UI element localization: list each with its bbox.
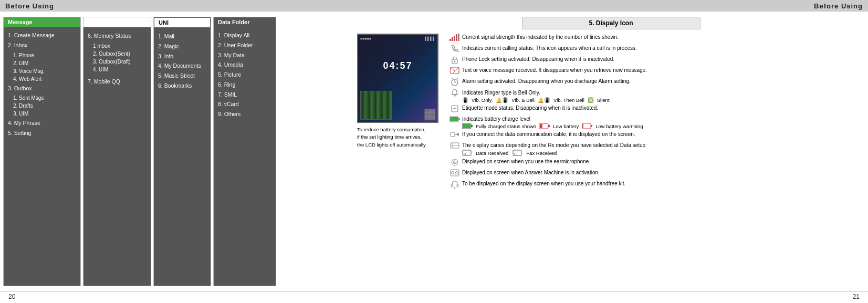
- svg-text:D: D: [464, 152, 466, 155]
- data-cable-icon-text: If you connect the data communication ca…: [462, 131, 865, 138]
- message-panel: Message 1. Create Message 2. Inbox 1. Ph…: [3, 17, 81, 286]
- svg-line-9: [455, 67, 459, 71]
- list-item: 5. Music Street: [158, 72, 206, 80]
- phone-screen-inner: ■■■■■ ▌▌▌▌ 04:57 ▓▓▓▓▓▓▓▓: [358, 35, 437, 122]
- list-item: 3. Info: [158, 53, 206, 61]
- svg-rect-45: [451, 170, 459, 176]
- svg-rect-32: [451, 132, 455, 137]
- vib-then-bell-icon: 🔔📳: [538, 97, 550, 103]
- data-received-row: D Data Received F Fax Received: [462, 149, 557, 156]
- svg-line-14: [452, 78, 453, 79]
- battery-options: Fully charged status shown Low battery L…: [462, 123, 643, 129]
- memory-panel: 6. Memory Status 1 Inbox 2. Outbox(Sent)…: [83, 17, 151, 286]
- list-item: 2. Outbox(Sent): [93, 50, 147, 58]
- data-folder-panel-body: 1. Display All 2. User Folder 3. My Data…: [214, 27, 276, 286]
- list-item: 1. Create Message: [8, 32, 76, 40]
- main-content: Message 1. Create Message 2. Inbox 1. Ph…: [0, 12, 868, 291]
- battery-icon-text: Indicates battery charge level: [462, 116, 530, 123]
- vib-bell-icon: 🔔📳: [496, 97, 508, 103]
- memory-header: [83, 17, 151, 27]
- icon-row-earphone: Displayed on screen when you use the ear…: [447, 158, 865, 168]
- rx-mode-icon: [447, 142, 462, 149]
- fax-received-icon: F: [513, 149, 522, 156]
- signal-icon-text: Current signal strength this indicated b…: [462, 34, 865, 41]
- top-bar: Before Using Before Using: [0, 0, 868, 12]
- list-item: 6. Bookmarks: [158, 82, 206, 90]
- vib-then-bell-label: Vib. Then Bell: [553, 97, 584, 103]
- icon-row-alarm: Alarm setting activated. Disappearing wh…: [447, 78, 865, 87]
- phone-bottom-area: ▓▓▓▓▓▓▓▓▓▓▓▓: [425, 109, 435, 120]
- svg-rect-0: [449, 39, 451, 41]
- battery-icon: [447, 116, 462, 122]
- icon-row-rxmode: The display caries depending on the Rx m…: [447, 142, 865, 156]
- data-cable-icon: [447, 131, 462, 138]
- phone-image-area: ■■■■■ ▌▌▌▌ 04:57 ▓▓▓▓▓▓▓▓: [357, 34, 441, 191]
- icon-row-datacable: If you connect the data communication ca…: [447, 131, 865, 140]
- icon-row-bell: Indicates Ringer type is Bell Only. 📳 Vi…: [447, 89, 865, 103]
- list-item: 3. UIM: [13, 110, 76, 118]
- list-item: 4. Web Alert: [13, 75, 76, 83]
- svg-point-52: [454, 188, 456, 189]
- uni-panel: UNI 1. Mail 2. Magic 3. Info 4. My Docum…: [153, 17, 211, 286]
- list-item: 3. Outbox(Draft): [93, 58, 147, 66]
- data-folder-header: Data Folder: [214, 17, 276, 27]
- vib-options: 📳 Vib. Only. 🔔📳 Vib. & Bell 🔔📳 Vib. Then…: [462, 97, 610, 103]
- list-item: 9. Others: [218, 110, 271, 119]
- svg-rect-25: [471, 125, 473, 127]
- battery-warn-label: Low battery warnning: [595, 123, 643, 129]
- list-item: 2. UIM: [13, 59, 76, 67]
- svg-point-6: [454, 61, 456, 62]
- svg-rect-22: [458, 118, 460, 120]
- message-icon-text: Text or voice message received. It disap…: [462, 67, 865, 74]
- list-item: 3. Outbox: [8, 85, 76, 93]
- vib-only-label: Vib. Only.: [472, 97, 493, 103]
- phone-status-text: ■■■■■: [360, 37, 371, 40]
- list-item: 1. Display All: [218, 32, 271, 40]
- svg-rect-27: [540, 124, 542, 128]
- uni-panel-body: 1. Mail 2. Magic 3. Info 4. My Documents…: [154, 28, 211, 286]
- phone-call-icon: [447, 45, 462, 52]
- silent-icon: ❎: [588, 97, 594, 103]
- svg-text:F: F: [514, 152, 516, 155]
- list-item: 3. Voice Msg.: [13, 67, 76, 75]
- header-left-title: Before Using: [5, 2, 54, 10]
- footer: 20 21: [0, 291, 868, 301]
- list-item: 5. Picture: [218, 71, 271, 79]
- uni-header: UNI: [154, 17, 211, 28]
- phone-time-display: 04:57: [360, 60, 435, 71]
- phone-screen: ■■■■■ ▌▌▌▌ 04:57 ▓▓▓▓▓▓▓▓: [357, 34, 438, 123]
- vib-icon: 📳: [462, 97, 468, 103]
- answer-machine-icon-text: Displayed on screen when Answer Machine …: [462, 169, 865, 176]
- lock-icon-text: Phone Lock setting activated. Disappeari…: [462, 56, 865, 63]
- list-item: 4. Umedia: [218, 61, 271, 69]
- right-section: 5. Dispaly Icon ■■■■■ ▌▌▌▌ 04:57: [350, 17, 865, 286]
- bell-icon: [447, 89, 462, 97]
- svg-rect-24: [463, 124, 470, 128]
- svg-rect-28: [548, 125, 550, 127]
- phone-caption-line1: To reduce battery consumpton,: [357, 126, 441, 133]
- battery-label-row: Indicates battery charge level: [447, 116, 530, 123]
- svg-rect-21: [450, 117, 458, 121]
- list-item: 6. Memory Status: [88, 32, 147, 40]
- list-item: 1. Sent Msgs: [13, 94, 76, 102]
- icon-row-handfree: To be displayed on the display screen wh…: [447, 180, 865, 190]
- earphone-icon: [447, 158, 462, 166]
- svg-line-10: [453, 71, 455, 74]
- icon-row-etiquette: Etiquette mode status. Disappearing when…: [447, 105, 865, 114]
- phone-signal-icon: ▌▌▌▌: [425, 37, 435, 40]
- list-item: 4. My Documents: [158, 62, 206, 70]
- phone-top-bar: ■■■■■ ▌▌▌▌: [360, 37, 435, 40]
- message-header: Message: [4, 17, 80, 27]
- message-received-icon: [447, 67, 462, 74]
- icon-row-answermachine: Displayed on screen when Answer Machine …: [447, 169, 865, 179]
- memory-panel-body: 6. Memory Status 1 Inbox 2. Outbox(Sent)…: [83, 27, 151, 286]
- svg-rect-3: [456, 34, 457, 41]
- rx-label-row: The display caries depending on the Rx m…: [447, 142, 645, 149]
- svg-rect-4: [458, 34, 459, 41]
- list-item: 4. My Phrase: [8, 119, 76, 128]
- icon-row-calling: Indicates current calling status. This i…: [447, 45, 865, 54]
- svg-rect-2: [454, 36, 455, 41]
- svg-line-15: [457, 78, 458, 79]
- data-received-label: Data Received: [476, 150, 508, 156]
- etiquette-icon: [447, 105, 462, 113]
